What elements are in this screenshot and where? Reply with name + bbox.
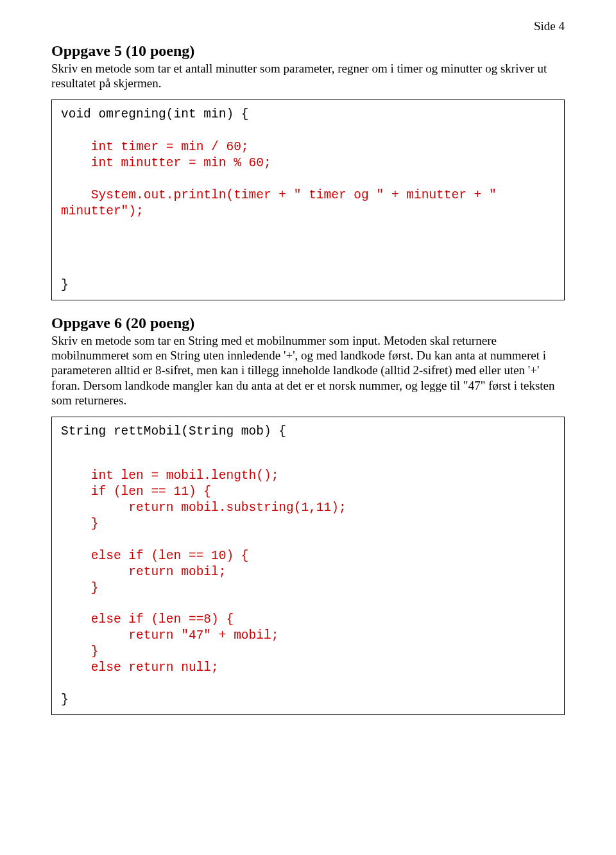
code-line: minutter"); (61, 203, 555, 220)
code-line: return mobil.substring(1,11); (61, 500, 555, 516)
code-line: int timer = min / 60; (61, 139, 555, 155)
code-line: return "47" + mobil; (61, 628, 555, 644)
code-line: System.out.println(timer + " timer og " … (61, 187, 555, 203)
code-line: if (len == 11) { (61, 484, 555, 500)
page-number: Side 4 (51, 19, 565, 33)
code-line: return mobil; (61, 564, 555, 580)
task6-desc: Skriv en metode som tar en String med et… (51, 333, 565, 408)
task5-codebox: void omregning(int min) { int timer = mi… (51, 99, 565, 300)
code-line: int len = mobil.length(); (61, 468, 555, 484)
page: Side 4 Oppgave 5 (10 poeng) Skriv en met… (0, 0, 616, 761)
code-line: int minutter = min % 60; (61, 155, 555, 171)
code-line-empty (61, 596, 555, 612)
task5-desc: Skriv en metode som tar et antall minutt… (51, 61, 565, 91)
task6-codebox: String rettMobil(String mob) { int len =… (51, 417, 565, 715)
code-line-sig: String rettMobil(String mob) { (61, 424, 555, 440)
code-line: else if (len ==8) { (61, 612, 555, 628)
task6-heading: Oppgave 6 (20 poeng) (51, 315, 565, 332)
code-line-close: } (61, 277, 555, 293)
code-line: } (61, 580, 555, 596)
code-line: else return null; (61, 660, 555, 676)
task5-heading: Oppgave 5 (10 poeng) (51, 42, 565, 60)
code-line-sig: void omregning(int min) { (61, 107, 555, 123)
code-line-empty (61, 532, 555, 548)
code-line: } (61, 516, 555, 532)
code-line-empty (61, 676, 555, 692)
code-line: else if (len == 10) { (61, 548, 555, 564)
code-line-close: } (61, 692, 555, 708)
code-line-empty (61, 171, 555, 187)
code-line: } (61, 644, 555, 660)
